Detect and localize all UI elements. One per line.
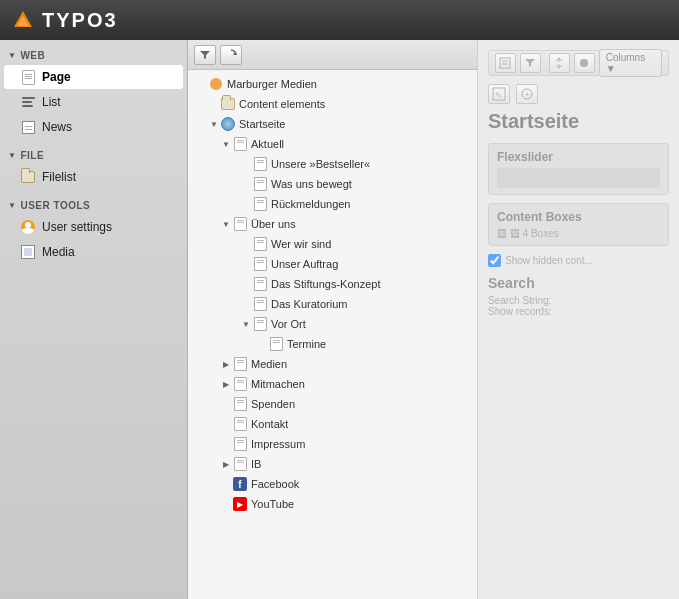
main-layout: ▼ WEB Page List News ▼ FILE Filelist bbox=[0, 40, 679, 599]
right-panel-toolbar: Columns ▼ bbox=[488, 50, 669, 76]
svg-point-3 bbox=[210, 78, 222, 90]
sidebar-item-filelist[interactable]: Filelist bbox=[4, 165, 183, 189]
globe-icon bbox=[220, 116, 236, 132]
search-section: Search Search String: Show records: bbox=[488, 275, 669, 317]
sidebar: ▼ WEB Page List News ▼ FILE Filelist bbox=[0, 40, 188, 599]
tree-node-kuratorium[interactable]: Das Kuratorium bbox=[188, 294, 477, 314]
tree-node-spenden[interactable]: Spenden bbox=[188, 394, 477, 414]
section-file-label: ▼ FILE bbox=[0, 140, 187, 164]
tree-node-aktuell[interactable]: ▼ Aktuell bbox=[188, 134, 477, 154]
page-icon-vo bbox=[252, 316, 268, 332]
rp-btn-circle[interactable] bbox=[574, 53, 595, 73]
usertools-arrow: ▼ bbox=[8, 201, 16, 210]
tree-toolbar bbox=[188, 40, 477, 70]
tree-panel: Marburger Medien Content elements ▼ Star… bbox=[188, 40, 478, 599]
show-hidden-row: Show hidden cont... bbox=[488, 254, 669, 267]
page-icon-termine bbox=[268, 336, 284, 352]
tree-node-wer-wir-sind[interactable]: Wer wir sind bbox=[188, 234, 477, 254]
user-settings-icon bbox=[20, 219, 36, 235]
page-icon-sp bbox=[232, 396, 248, 412]
sidebar-item-page[interactable]: Page bbox=[4, 65, 183, 89]
section-usertools-label: ▼ USER TOOLS bbox=[0, 190, 187, 214]
media-icon bbox=[20, 244, 36, 260]
section-web-label: ▼ WEB bbox=[0, 40, 187, 64]
tree-node-ueber-uns[interactable]: ▼ Über uns bbox=[188, 214, 477, 234]
tree-node-was-uns-bewegt[interactable]: Was uns bewegt bbox=[188, 174, 477, 194]
typo3-logo-icon bbox=[12, 9, 34, 31]
tree-node-vor-ort[interactable]: ▼ Vor Ort bbox=[188, 314, 477, 334]
tree-node-kontakt[interactable]: Kontakt bbox=[188, 414, 477, 434]
svg-rect-4 bbox=[500, 58, 510, 68]
flexslider-bar bbox=[497, 168, 660, 188]
rp-btn-arrows[interactable] bbox=[549, 53, 570, 73]
sidebar-item-user-settings[interactable]: User settings bbox=[4, 215, 183, 239]
page-icon-wub bbox=[252, 176, 268, 192]
tree-node-termine[interactable]: Termine bbox=[188, 334, 477, 354]
top-bar: TYPO3 bbox=[0, 0, 679, 40]
filelist-icon bbox=[20, 169, 36, 185]
tree-node-content-elements[interactable]: Content elements bbox=[188, 94, 477, 114]
rp-icon-btn-1[interactable]: ✎ bbox=[488, 84, 510, 104]
page-icon-wws bbox=[252, 236, 268, 252]
page-icon-mm bbox=[232, 376, 248, 392]
tree-node-startseite[interactable]: ▼ Startseite bbox=[188, 114, 477, 134]
page-icon-rm bbox=[252, 196, 268, 212]
svg-text:✎: ✎ bbox=[495, 91, 502, 100]
tree-node-unsere-bestseller[interactable]: Unsere »Bestseller« bbox=[188, 154, 477, 174]
folder-icon bbox=[220, 96, 236, 112]
page-icon-bestseller bbox=[252, 156, 268, 172]
page-icon-ib bbox=[232, 456, 248, 472]
tree-node-marburger-medien[interactable]: Marburger Medien bbox=[188, 74, 477, 94]
tree-node-ib[interactable]: ▶ IB bbox=[188, 454, 477, 474]
tree-node-rueckmeldungen[interactable]: Rückmeldungen bbox=[188, 194, 477, 214]
content-area: Marburger Medien Content elements ▼ Star… bbox=[188, 40, 679, 599]
sidebar-item-news[interactable]: News bbox=[4, 115, 183, 139]
right-panel: Columns ▼ ✎ + Startseite Flexslider Cont… bbox=[478, 40, 679, 599]
rp-icon-btn-2[interactable]: + bbox=[516, 84, 538, 104]
rp-card-content-boxes: Content Boxes 🖼 🖼 4 Boxes bbox=[488, 203, 669, 246]
tree-body: Marburger Medien Content elements ▼ Star… bbox=[188, 70, 477, 518]
tree-node-youtube[interactable]: ▶ YouTube bbox=[188, 494, 477, 514]
page-icon-ko bbox=[232, 416, 248, 432]
page-icon bbox=[20, 69, 36, 85]
right-panel-title: Startseite bbox=[488, 110, 669, 133]
list-icon bbox=[20, 94, 36, 110]
rp-btn-2[interactable] bbox=[520, 53, 541, 73]
tree-node-mitmachen[interactable]: ▶ Mitmachen bbox=[188, 374, 477, 394]
tree-node-stiftungs-konzept[interactable]: Das Stiftungs-Konzept bbox=[188, 274, 477, 294]
page-icon-sk bbox=[252, 276, 268, 292]
svg-text:+: + bbox=[525, 90, 530, 99]
show-hidden-checkbox[interactable] bbox=[488, 254, 501, 267]
web-arrow: ▼ bbox=[8, 51, 16, 60]
news-icon bbox=[20, 119, 36, 135]
sidebar-item-media[interactable]: Media bbox=[4, 240, 183, 264]
page-icon-im bbox=[232, 436, 248, 452]
root-icon bbox=[208, 76, 224, 92]
tree-node-unser-auftrag[interactable]: Unser Auftrag bbox=[188, 254, 477, 274]
rp-card-flexslider: Flexslider bbox=[488, 143, 669, 195]
facebook-icon: f bbox=[232, 476, 248, 492]
filter-button[interactable] bbox=[194, 45, 216, 65]
svg-point-7 bbox=[580, 59, 588, 67]
refresh-button[interactable] bbox=[220, 45, 242, 65]
file-arrow: ▼ bbox=[8, 151, 16, 160]
app-title: TYPO3 bbox=[42, 9, 118, 32]
tree-node-facebook[interactable]: f Facebook bbox=[188, 474, 477, 494]
sidebar-item-list[interactable]: List bbox=[4, 90, 183, 114]
page-icon-ku bbox=[252, 296, 268, 312]
rp-btn-1[interactable] bbox=[495, 53, 516, 73]
page-icon-medien bbox=[232, 356, 248, 372]
columns-button[interactable]: Columns ▼ bbox=[599, 49, 662, 77]
rp-icon-row: ✎ + bbox=[488, 84, 669, 104]
page-icon-ua bbox=[252, 256, 268, 272]
tree-node-impressum[interactable]: Impressum bbox=[188, 434, 477, 454]
page-icon-uu bbox=[232, 216, 248, 232]
tree-node-medien[interactable]: ▶ Medien bbox=[188, 354, 477, 374]
youtube-icon: ▶ bbox=[232, 496, 248, 512]
content-boxes-icon: 🖼 🖼 bbox=[497, 228, 523, 239]
page-icon-aktuell bbox=[232, 136, 248, 152]
